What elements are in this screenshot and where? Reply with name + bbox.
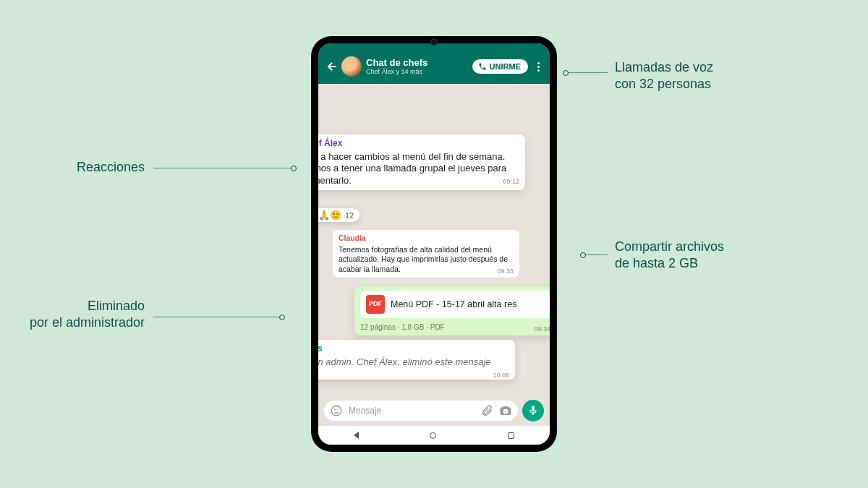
message-text: Voy a hacer cambios al menú del fin de s… [318,151,506,187]
reaction-count: 12 [345,211,354,220]
nav-back-icon[interactable] [354,432,359,439]
reaction-emojis: 👍🙏🙂 [318,210,341,221]
chat-header: Chat de chefs Chef Álex y 14 más UNIRME [318,43,550,84]
message-input[interactable]: Mensaje [324,401,518,421]
reactions-pill[interactable]: 👍🙏🙂 12 [318,208,359,222]
connector [153,168,291,168]
message-time: 10:06 [493,372,509,380]
chat-title: Chat de chefs [366,58,468,68]
svg-point-2 [338,409,339,411]
callout-admin-delete: Eliminado por el administrador [30,298,145,332]
message-bubble[interactable]: Claudia Tenemos fotografías de alta cali… [333,230,519,278]
svg-point-0 [331,406,341,416]
file-meta: 12 páginas · 1,8 GB · PDF [360,323,445,331]
chat-title-block[interactable]: Chat de chefs Chef Álex y 14 más [366,58,468,75]
camera-icon[interactable] [499,404,512,417]
mic-button[interactable] [522,400,544,421]
deleted-text: Un admin. Chef Álex, eliminó este mensaj… [318,356,491,369]
callout-voice-calls: Llamadas de voz con 32 personas [615,59,713,93]
pdf-icon: PDF [366,295,385,314]
chat-body: Chef Álex Voy a hacer cambios al menú de… [318,84,550,395]
message-bubble-deleted[interactable]: Tomás Un admin. Chef Álex, eliminó este … [318,340,515,380]
callout-reactions: Reacciones [77,159,145,176]
attach-icon[interactable] [480,404,493,417]
group-avatar[interactable] [341,56,362,77]
file-name: Menú PDF - 15-17 abril alta res [391,299,516,310]
message-text: Tenemos fotografías de alta calidad del … [339,245,508,273]
menu-icon[interactable] [532,62,544,72]
file-attachment[interactable]: PDF Menú PDF - 15-17 abril alta res [360,291,550,318]
message-time: 09:34 ✓✓ [535,324,550,334]
message-time: 09:12 [503,178,519,187]
connector [569,72,608,73]
emoji-icon[interactable] [330,404,343,417]
mic-icon [527,405,539,416]
message-bubble-outgoing-file[interactable]: PDF Menú PDF - 15-17 abril alta res 12 p… [354,286,550,335]
composer-bar: Mensaje [318,395,550,426]
nav-recents-icon[interactable] [508,432,514,439]
android-nav-bar [318,426,550,445]
message-author: Claudia [339,234,514,244]
svg-point-3 [504,410,507,413]
message-bubble[interactable]: Chef Álex Voy a hacer cambios al menú de… [318,134,525,190]
back-icon[interactable] [324,60,337,73]
chat-subtitle: Chef Álex y 14 más [366,68,468,75]
message-placeholder: Mensaje [349,406,475,416]
connector [586,254,608,255]
message-author: Chef Álex [318,138,519,150]
phone-icon [478,62,487,71]
nav-home-icon[interactable] [430,432,436,439]
join-call-button[interactable]: UNIRME [472,59,528,74]
message-time: 09:33 [497,267,514,276]
callout-file-share: Compartir archivos de hasta 2 GB [615,239,724,273]
svg-point-1 [334,409,336,411]
message-author: Tomás [318,343,509,355]
phone-frame: Chat de chefs Chef Álex y 14 más UNIRME … [311,36,557,452]
join-label: UNIRME [490,62,521,71]
connector [153,317,279,317]
